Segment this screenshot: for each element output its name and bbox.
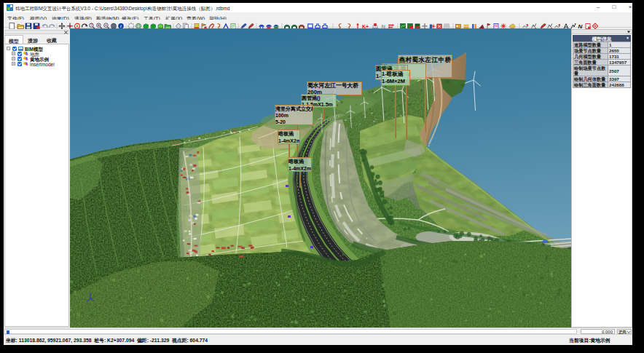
svg-text:?: ? <box>90 23 93 27</box>
